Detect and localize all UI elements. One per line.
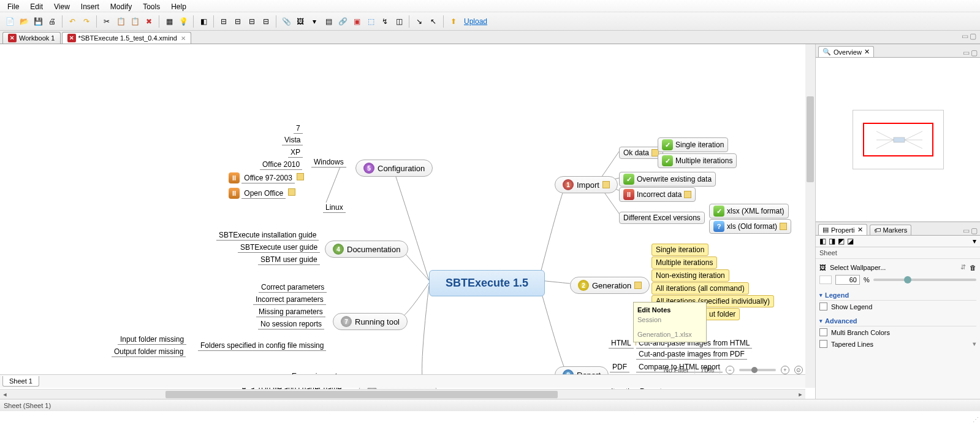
drill-down-icon[interactable]: ↘ xyxy=(413,15,425,28)
wallpaper-label[interactable]: Select Wallpaper... xyxy=(830,264,886,271)
color-swatch[interactable] xyxy=(819,276,832,284)
drop-icon[interactable]: ▾ xyxy=(308,15,321,28)
branch-documentation[interactable]: 4Documentation xyxy=(325,241,408,258)
filter-label[interactable]: No Filter xyxy=(664,366,689,374)
minimize-icon[interactable]: ▭ xyxy=(963,226,970,235)
menu-help[interactable]: Help xyxy=(166,1,191,10)
close-icon[interactable]: ✕ xyxy=(857,226,863,234)
node-office2010[interactable]: Office 2010 xyxy=(260,160,302,170)
undo-icon[interactable]: ↶ xyxy=(66,15,78,28)
node-overwrite[interactable]: ✓Overwrite existing data xyxy=(619,172,716,187)
note-icon[interactable]: ▤ xyxy=(322,15,335,28)
node-incorrect-params[interactable]: Incorrect parameters xyxy=(253,295,326,305)
menu-tools[interactable]: Tools xyxy=(138,1,165,10)
node-diff-excel[interactable]: Different Excel versions xyxy=(619,212,705,224)
prop-toolbar-icon[interactable]: ◪ xyxy=(847,237,854,245)
node-gen-wrong-folder[interactable]: ut folder xyxy=(705,308,740,320)
note-icon[interactable] xyxy=(297,173,304,180)
section-advanced[interactable]: Advanced xyxy=(819,315,976,326)
node-user-guide[interactable]: SBTExecute user guide xyxy=(238,242,320,253)
print-icon[interactable]: 🖨 xyxy=(46,15,58,28)
redo-icon[interactable]: ↷ xyxy=(80,15,93,28)
mindmap-canvas[interactable]: SBTExecute 1.5 5Configuration Windows 7 … xyxy=(0,44,816,399)
menu-view[interactable]: View xyxy=(49,1,75,10)
cut-icon[interactable]: ✂ xyxy=(101,15,113,28)
checkbox-tapered[interactable] xyxy=(819,340,827,348)
trash-icon[interactable]: 🗑 xyxy=(970,264,976,271)
prop-toolbar-icon[interactable]: ◩ xyxy=(838,237,845,245)
node-incorrect[interactable]: IIIncorrect data xyxy=(619,187,696,202)
close-tab-icon[interactable]: ✕ xyxy=(180,35,186,42)
attach-icon[interactable]: 📎 xyxy=(280,15,292,28)
node-correct-params[interactable]: Correct parameters xyxy=(259,282,327,293)
node-install-guide[interactable]: SBTExecute installation guide xyxy=(216,230,319,241)
node-cut-pdf[interactable]: Cut-and-paste images from PDF xyxy=(636,349,747,360)
resize-grip[interactable]: ⋰ xyxy=(973,416,979,423)
branch1-icon[interactable]: ⊟ xyxy=(218,15,230,28)
stepper-icon[interactable]: ⇵ xyxy=(960,263,966,271)
upload-link[interactable]: Upload xyxy=(464,17,487,26)
panel-tab-properties[interactable]: ▤ Properti ✕ xyxy=(818,224,867,235)
node-multi-iter[interactable]: ✓Multiple iterations xyxy=(658,153,737,168)
prop-toolbar-icon[interactable]: ◨ xyxy=(829,237,835,245)
menu-file[interactable]: File xyxy=(2,1,24,10)
node-gen-nonexist[interactable]: Non-existing iteration xyxy=(651,269,729,282)
note-icon[interactable] xyxy=(634,282,642,289)
menu-edit[interactable]: Edit xyxy=(25,1,48,10)
node-xls[interactable]: ?xls (Old format) xyxy=(709,219,791,234)
node-gen-single[interactable]: Single iteration xyxy=(651,244,708,256)
node-ok-data[interactable]: Ok data xyxy=(619,147,663,159)
label-icon[interactable]: ◫ xyxy=(393,15,405,28)
node-gen-all[interactable]: All iterations (all command) xyxy=(651,282,749,295)
node-no-session[interactable]: No session reports xyxy=(258,319,324,330)
tab-workbook1[interactable]: ✕ Workbook 1 xyxy=(2,32,61,44)
prop-menu-icon[interactable]: ▾ xyxy=(973,237,976,245)
zoom-out-icon[interactable]: − xyxy=(726,366,734,374)
delete-icon[interactable]: ✖ xyxy=(143,15,155,28)
copy-icon[interactable]: 📋 xyxy=(115,15,127,28)
menu-insert[interactable]: Insert xyxy=(76,1,104,10)
node-output-missing[interactable]: Output folder missing xyxy=(112,347,186,357)
maximize-icon[interactable]: ▢ xyxy=(971,226,978,235)
node-pdf[interactable]: PDF xyxy=(610,362,629,372)
overview-viewport[interactable] xyxy=(863,123,933,156)
branch-configuration[interactable]: 5Configuration xyxy=(355,160,433,177)
new-icon[interactable]: 📄 xyxy=(4,15,16,28)
chevron-down-icon[interactable]: ▾ xyxy=(973,340,976,348)
section-legend[interactable]: Legend xyxy=(819,289,976,301)
note-icon[interactable] xyxy=(602,181,610,188)
node-xlsx[interactable]: ✓xlsx (XML format) xyxy=(709,204,789,218)
sheet-tab[interactable]: Sheet 1 xyxy=(2,376,39,387)
note-icon[interactable] xyxy=(684,191,691,198)
prop-toolbar-icon[interactable]: ◧ xyxy=(819,237,826,245)
minimize-icon[interactable]: ▭ xyxy=(963,48,970,57)
vertical-scrollbar[interactable] xyxy=(805,44,815,388)
tool-icon[interactable]: ▦ xyxy=(163,15,175,28)
node-vista[interactable]: Vista xyxy=(282,135,303,145)
branch3-icon[interactable]: ⊟ xyxy=(246,15,258,28)
node-office9703[interactable]: Office 97-2003 xyxy=(241,173,295,183)
node-sbtm-guide[interactable]: SBTM user guide xyxy=(258,255,320,265)
node-missing-params[interactable]: Missing parameters xyxy=(256,307,325,317)
node-7[interactable]: 7 xyxy=(291,123,305,134)
tab-sbtexecute[interactable]: ✕ *SBTExecute 1.5_test_0.4.xmind ✕ xyxy=(62,32,191,44)
note-icon[interactable] xyxy=(780,223,787,230)
node-linux[interactable]: Linux xyxy=(323,202,346,213)
minimize-icon[interactable]: ▭ xyxy=(962,32,968,40)
marker-icon[interactable]: ◧ xyxy=(197,15,210,28)
summary-icon[interactable]: ⬚ xyxy=(365,15,377,28)
node-folders-missing[interactable]: Folders specified in config file missing xyxy=(198,341,326,351)
menu-modify[interactable]: Modify xyxy=(105,1,137,10)
central-topic[interactable]: SBTExecute 1.5 xyxy=(429,270,545,296)
image2-icon[interactable]: 🖼 xyxy=(294,15,306,28)
branch2-icon[interactable]: ⊟ xyxy=(232,15,244,28)
checkbox-show-legend[interactable] xyxy=(819,303,827,310)
overview-thumbnail[interactable] xyxy=(816,58,980,222)
maximize-icon[interactable]: ▢ xyxy=(971,48,978,57)
branch-import[interactable]: 1Import xyxy=(555,176,618,193)
node-input-missing[interactable]: Input folder missing xyxy=(118,334,186,345)
link-icon[interactable]: 🔗 xyxy=(336,15,349,28)
node-gen-multi[interactable]: Multiple iterations xyxy=(651,256,717,269)
open-icon[interactable]: 📂 xyxy=(18,15,30,28)
zoom-reset-icon[interactable]: ⊙ xyxy=(794,366,803,374)
